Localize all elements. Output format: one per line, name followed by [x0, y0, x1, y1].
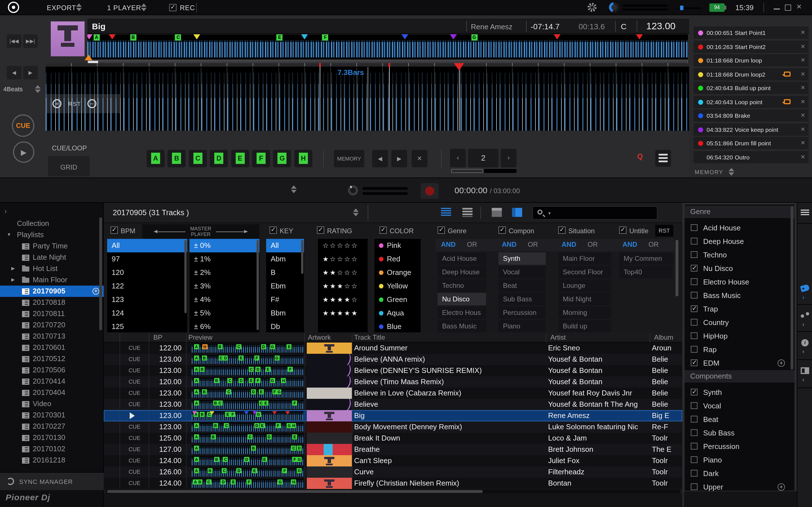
recorder-gain-knob[interactable]	[348, 185, 358, 195]
rating-option[interactable]: ★★★★☆	[318, 293, 368, 306]
color-option[interactable]: Orange	[374, 266, 421, 279]
bpm-option[interactable]: 123	[107, 293, 187, 306]
page-number-field[interactable]: 2	[468, 149, 499, 167]
related-tracks-icon[interactable]	[801, 312, 809, 318]
hot-cue-marker[interactable]: A	[93, 34, 100, 41]
bpm-list-scrollbar[interactable]	[185, 240, 187, 313]
window-close-button[interactable]: ✕	[796, 3, 802, 11]
tag-item-piano[interactable]: Piano	[684, 453, 795, 467]
memory-cue-row[interactable]: 01:18:668Drum loop2✕	[694, 68, 809, 80]
related-panel-chevron[interactable]: ‹	[802, 321, 804, 327]
add-tag-icon[interactable]: +	[777, 359, 785, 367]
tag-checkbox[interactable]	[691, 332, 698, 339]
tag-checkbox[interactable]	[691, 305, 698, 312]
hot-cue-button-b[interactable]: B	[168, 150, 186, 167]
tag-checkbox[interactable]	[691, 429, 698, 436]
memory-cue-marker-icon[interactable]	[450, 34, 456, 40]
track-cue-button[interactable]: CUE	[120, 399, 149, 410]
track-preview-waveform[interactable]: ABCDEFGH	[192, 479, 303, 488]
rating-option[interactable]: ★★★★★	[318, 306, 368, 320]
or-toggle-untitle[interactable]: OR	[649, 240, 659, 248]
track-row[interactable]: CUE123.00ABCDEFBelieve (DENNEY'S SUNRISE…	[104, 365, 682, 376]
sidebar-item-party-time[interactable]: Party Time	[0, 240, 104, 252]
window-minimize-button[interactable]	[774, 8, 780, 10]
beat-jump-spinner[interactable]	[35, 84, 41, 94]
tag-checkbox[interactable]	[691, 359, 698, 366]
tag-checkbox[interactable]	[691, 470, 698, 476]
bpm-option[interactable]: All	[107, 239, 187, 252]
memory-button[interactable]: MEMORY	[334, 150, 364, 167]
deck-menu-button[interactable]	[655, 150, 671, 167]
sidebar-item-20170102[interactable]: 20170102	[0, 443, 104, 455]
track-preview-waveform[interactable]: ABCDE	[192, 434, 303, 443]
tree-collapse-icon[interactable]: ›	[4, 207, 7, 215]
color-option[interactable]: Red	[374, 252, 421, 266]
column-title[interactable]: Track Title	[354, 334, 385, 341]
search-back-button[interactable]: ◀	[7, 66, 21, 79]
tag-item-percussion[interactable]: Percussion	[684, 440, 795, 453]
bpm-filter-checkbox[interactable]	[110, 226, 118, 234]
sidebar-item-20170227[interactable]: 20170227	[0, 421, 104, 432]
table-view-icon[interactable]	[801, 210, 809, 216]
memory-footer-spinner[interactable]	[728, 167, 734, 176]
memory-cue-row[interactable]: 04:33:822Voice keep point✕	[694, 123, 809, 135]
expand-arrow-icon[interactable]: ▶	[11, 263, 15, 274]
track-row[interactable]: CUE123.00ABCDEFGBelieve in Love (Cabarza…	[104, 388, 682, 399]
memory-cue-row[interactable]: 05:51:866Drum fill point✕	[694, 137, 809, 149]
color-filter-checkbox[interactable]	[379, 226, 387, 234]
memory-cue-marker-icon[interactable]	[554, 34, 560, 40]
tag-option-morning[interactable]: Morning	[558, 306, 611, 319]
track-row[interactable]: CUE124.00ABCDEFGHFirefly (Christian Niel…	[104, 478, 682, 489]
play-button[interactable]: ▶	[13, 142, 35, 163]
memory-cue-marker-icon[interactable]	[402, 34, 409, 40]
tag-item-nu-disco[interactable]: Nu Disco	[684, 262, 795, 276]
hot-cue-button-f[interactable]: F	[252, 150, 270, 167]
memory-cue-marker-icon[interactable]	[109, 34, 115, 40]
filter-zone-scrollbar[interactable]	[675, 240, 678, 296]
color-option[interactable]: Yellow	[374, 279, 421, 293]
memory-cue-marker-icon[interactable]	[193, 34, 200, 40]
tag-item-synth[interactable]: Synth	[684, 386, 795, 399]
and-toggle-untitle[interactable]: AND	[622, 240, 637, 248]
side-panel-chevron[interactable]: ‹	[802, 376, 804, 383]
memory-cue-row[interactable]: 06:54:320Outro✕	[694, 151, 809, 163]
track-cue-button[interactable]: CUE	[120, 444, 149, 455]
hot-cue-marker[interactable]: B	[130, 34, 136, 41]
search-input[interactable]: ▼	[532, 206, 658, 220]
sidebar-item-20161218[interactable]: 20161218	[0, 455, 104, 466]
master-volume-knob[interactable]	[609, 2, 619, 12]
track-cue-button[interactable]: CUE	[120, 365, 149, 376]
info-panel-chevron[interactable]: ‹	[802, 348, 804, 354]
track-cue-button[interactable]: CUE	[120, 455, 149, 466]
bpm-option[interactable]: 97	[107, 252, 187, 266]
tag-item-country[interactable]: Country	[684, 316, 795, 330]
detail-view-icon[interactable]	[462, 208, 472, 217]
tag-option-nu-disco[interactable]: Nu Disco	[438, 293, 486, 305]
tolerance-list-scrollbar[interactable]	[257, 240, 259, 330]
memory-cue-row[interactable]: 02:40:643Loop point✕	[694, 96, 809, 108]
filter-checkbox-compon[interactable]	[499, 226, 506, 234]
tag-checkbox[interactable]	[691, 319, 698, 326]
expand-arrow-icon[interactable]: ▶	[11, 274, 15, 286]
memory-cue-row[interactable]: 02:40:643Build up point✕	[694, 82, 809, 94]
bpm-option[interactable]: 122	[107, 279, 187, 293]
or-toggle-compon[interactable]: OR	[528, 240, 538, 248]
sidebar-item-20170905[interactable]: 20170905+	[0, 286, 104, 297]
tolerance-option[interactable]: ± 3%	[190, 279, 259, 293]
export-mode-label[interactable]: EXPORT	[47, 4, 76, 12]
tag-item-vocal[interactable]: Vocal	[684, 399, 795, 413]
delete-cue-icon[interactable]: ✕	[801, 57, 805, 63]
artwork-grid-view-icon[interactable]	[492, 208, 502, 217]
sidebar-item-20170130[interactable]: 20170130	[0, 432, 104, 443]
tolerance-option[interactable]: ± 0%	[190, 239, 259, 252]
tag-item-bass-music[interactable]: Bass Music	[684, 289, 795, 302]
key-option[interactable]: F#	[266, 293, 304, 306]
track-preview-waveform[interactable]: ABCD	[192, 445, 303, 454]
tag-checkbox[interactable]	[691, 416, 698, 422]
delete-cue-icon[interactable]: ✕	[801, 126, 805, 132]
preview-pane-view-icon[interactable]	[512, 208, 522, 217]
search-forward-button[interactable]: ▶	[23, 66, 38, 79]
bpm-option[interactable]: 125	[107, 320, 187, 332]
sidebar-item-video[interactable]: Video	[0, 398, 104, 409]
sidebar-item-collection[interactable]: Collection	[0, 218, 104, 229]
